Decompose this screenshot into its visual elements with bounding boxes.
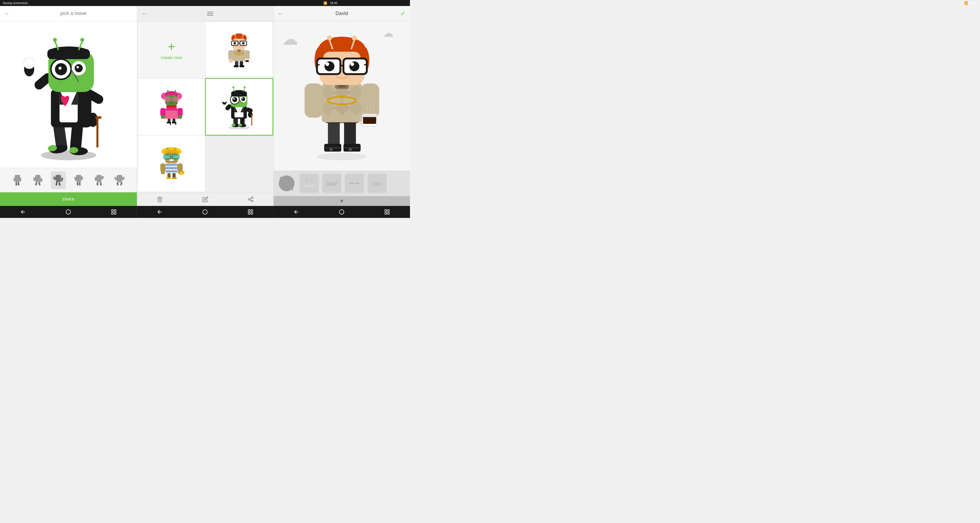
mustache-thumb-4 xyxy=(368,174,387,193)
no-accessory-circle xyxy=(279,175,294,191)
accessory-mustache-2[interactable] xyxy=(321,173,342,194)
nav-back-middle[interactable] xyxy=(153,206,166,217)
svg-rect-109 xyxy=(173,98,178,101)
svg-point-184 xyxy=(182,172,183,173)
wifi-icon-left: 📶 xyxy=(323,2,327,5)
svg-marker-113 xyxy=(163,110,180,119)
recent-icon-middle xyxy=(247,209,253,215)
svg-rect-175 xyxy=(165,167,178,169)
svg-rect-256 xyxy=(248,210,250,211)
create-new-plus: + xyxy=(168,40,175,53)
svg-point-239 xyxy=(327,35,332,40)
character-cell-detective[interactable] xyxy=(206,79,273,135)
nav-recent-left[interactable] xyxy=(107,206,121,217)
svg-rect-259 xyxy=(248,212,250,214)
pose-thumb-4[interactable] xyxy=(71,171,86,189)
main-character-display xyxy=(17,24,120,165)
nav-home-middle[interactable] xyxy=(198,206,212,217)
back-button-middle[interactable]: ← xyxy=(142,10,147,17)
svg-point-25 xyxy=(76,66,79,69)
svg-rect-37 xyxy=(18,182,19,185)
delete-button[interactable] xyxy=(154,193,166,206)
svg-point-24 xyxy=(75,64,83,72)
no-accessory-item[interactable] xyxy=(276,173,297,194)
pose-thumb-6[interactable] xyxy=(112,171,127,189)
svg-rect-264 xyxy=(385,212,387,214)
svg-rect-100 xyxy=(234,65,239,67)
pose-thumb-1[interactable] xyxy=(10,171,25,189)
right-panel-title: David xyxy=(288,11,396,16)
hamburger-menu[interactable] xyxy=(207,12,213,16)
svg-rect-231 xyxy=(340,65,343,67)
nav-section-middle xyxy=(136,206,273,218)
saving-text: Saving screenshot... xyxy=(3,2,30,5)
svg-rect-43 xyxy=(38,182,41,185)
accessories-panel: ▼ xyxy=(274,171,410,206)
svg-rect-187 xyxy=(166,177,171,179)
edit-button[interactable] xyxy=(199,193,211,206)
svg-rect-108 xyxy=(164,98,169,101)
hamburger-line-3 xyxy=(207,15,213,16)
svg-point-127 xyxy=(175,90,176,91)
svg-rect-27 xyxy=(48,49,90,59)
back-button-right[interactable]: ← xyxy=(278,10,283,17)
svg-point-149 xyxy=(233,98,235,100)
nav-back-right[interactable] xyxy=(290,206,303,217)
svg-point-172 xyxy=(175,148,176,149)
mustache-thumb-1 xyxy=(300,174,319,193)
accessory-mustache-3[interactable] xyxy=(344,173,364,194)
svg-point-250 xyxy=(66,210,70,214)
dropdown-row[interactable]: ▼ xyxy=(274,196,410,206)
create-new-cell[interactable]: + create new xyxy=(138,22,205,78)
character-pink-lady-svg xyxy=(156,88,186,126)
svg-rect-143 xyxy=(251,115,252,126)
svg-point-133 xyxy=(231,124,235,126)
svg-rect-67 xyxy=(120,182,123,185)
svg-rect-89 xyxy=(237,49,241,52)
svg-line-192 xyxy=(250,200,251,201)
character-cell-beach[interactable] xyxy=(138,136,205,191)
character-cell-pink-lady[interactable] xyxy=(138,79,205,135)
svg-rect-34 xyxy=(24,61,35,65)
nav-recent-right[interactable] xyxy=(380,206,394,217)
check-button[interactable]: ✓ xyxy=(400,10,406,18)
svg-rect-174 xyxy=(165,164,178,166)
svg-rect-252 xyxy=(115,210,116,211)
bg-decoration-left: ☁ xyxy=(282,29,298,48)
nav-back-left[interactable] xyxy=(16,206,30,217)
svg-rect-44 xyxy=(35,175,41,179)
svg-point-29 xyxy=(53,38,57,42)
svg-rect-55 xyxy=(79,182,81,185)
nav-home-left[interactable] xyxy=(62,206,75,217)
svg-point-93 xyxy=(229,58,233,63)
svg-rect-154 xyxy=(231,92,247,97)
time-left: 18:45 xyxy=(330,2,337,5)
svg-line-245 xyxy=(306,179,307,180)
left-panel-title: pick a move xyxy=(14,11,132,16)
svg-point-203 xyxy=(329,148,332,151)
nav-section-left xyxy=(0,206,136,218)
svg-point-0 xyxy=(41,150,96,160)
pose-thumb-3[interactable] xyxy=(51,171,66,189)
status-bar-center-left: 📶 18:45 xyxy=(323,2,337,5)
share-bar[interactable]: share xyxy=(0,192,137,206)
svg-rect-165 xyxy=(164,155,170,158)
recent-icon-left xyxy=(111,209,117,215)
svg-rect-42 xyxy=(35,182,37,186)
back-button-left[interactable]: ← xyxy=(4,10,10,17)
share-button-middle[interactable] xyxy=(245,193,257,206)
character-cell-hipster[interactable] xyxy=(206,22,273,78)
svg-point-145 xyxy=(222,97,227,103)
nav-recent-middle[interactable] xyxy=(243,206,257,217)
svg-point-151 xyxy=(242,97,245,101)
pose-thumb-5[interactable] xyxy=(92,171,107,189)
svg-point-80 xyxy=(242,42,245,45)
svg-rect-168 xyxy=(169,159,174,161)
accessory-mustache-1[interactable] xyxy=(299,173,319,194)
svg-rect-202 xyxy=(344,147,360,149)
svg-point-237 xyxy=(350,62,354,66)
accessory-mustache-4[interactable] xyxy=(367,173,387,194)
nav-home-right[interactable] xyxy=(335,206,348,217)
svg-rect-39 xyxy=(14,178,16,182)
pose-thumb-2[interactable] xyxy=(30,171,45,189)
